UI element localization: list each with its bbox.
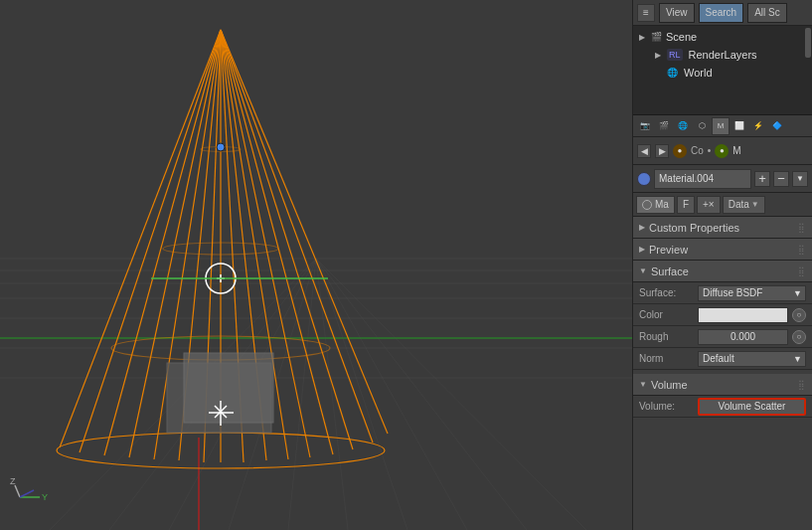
svg-rect-0 bbox=[0, 0, 632, 530]
surface-triangle: ▼ bbox=[639, 266, 647, 275]
tab-data-arrow: ▼ bbox=[751, 200, 759, 209]
outliner-scrollbar[interactable] bbox=[804, 26, 812, 115]
surface-type-label: Surface: bbox=[639, 287, 694, 298]
tab-ma[interactable]: Ma bbox=[636, 196, 675, 214]
volume-label: Volume bbox=[651, 379, 688, 391]
material-remove-button[interactable]: − bbox=[773, 171, 789, 187]
surface-section-header[interactable]: ▼ Surface ⣿ bbox=[633, 261, 812, 282]
material-sphere-icon: ● bbox=[673, 144, 687, 158]
viewport-canvas: Y Z bbox=[0, 0, 632, 530]
rough-label: Rough bbox=[639, 331, 694, 342]
top-menu-bar: ≡ View Search All Sc bbox=[633, 0, 812, 26]
world-sphere-icon: ● bbox=[715, 144, 729, 158]
tab-ma-circle bbox=[642, 200, 652, 210]
volume-section-header[interactable]: ▼ Volume ⣿ bbox=[633, 374, 812, 396]
custom-props-label: Custom Properties bbox=[649, 222, 739, 234]
search-menu-btn[interactable]: Search bbox=[699, 3, 744, 23]
rough-value[interactable]: 0.000 bbox=[698, 329, 788, 345]
color-node-btn[interactable]: ○ bbox=[792, 308, 806, 322]
color-row: Color ○ bbox=[633, 304, 812, 326]
custom-properties-section[interactable]: ▶ Custom Properties ⣿ bbox=[633, 217, 812, 239]
world-icon-btn[interactable]: 🌐 bbox=[674, 117, 692, 135]
material-name-button[interactable]: Material.004 bbox=[654, 169, 751, 189]
renderlayers-icon: RL bbox=[667, 49, 683, 61]
volume-type-label: Volume: bbox=[639, 401, 694, 412]
svg-text:Z: Z bbox=[10, 476, 16, 486]
norm-dropdown-arrow: ▼ bbox=[793, 354, 802, 364]
particle-icon-btn[interactable]: ⚡ bbox=[749, 117, 767, 135]
preview-triangle: ▶ bbox=[639, 245, 645, 254]
outliner: ▶ 🎬 Scene ▶ RL RenderLayers 🌐 World bbox=[633, 26, 812, 115]
expand-rl-arrow: ▶ bbox=[655, 51, 663, 59]
color-picker[interactable] bbox=[698, 307, 788, 323]
volume-triangle: ▼ bbox=[639, 380, 647, 389]
props-dot: • bbox=[708, 145, 712, 156]
props-nav-icon[interactable]: ◀ bbox=[637, 144, 651, 158]
object-icon-btn[interactable]: ⬡ bbox=[693, 117, 711, 135]
norm-label: Norm bbox=[639, 353, 694, 364]
scene-label: Scene bbox=[666, 31, 697, 43]
svg-point-40 bbox=[217, 143, 225, 151]
surface-dropdown-arrow: ▼ bbox=[793, 288, 802, 298]
color-label: Color bbox=[639, 309, 694, 320]
outliner-item-world[interactable]: 🌐 World bbox=[635, 64, 810, 82]
surface-type-value[interactable]: Diffuse BSDF ▼ bbox=[698, 285, 806, 301]
props-header: ◀ ▶ ● Co • ● M bbox=[633, 137, 812, 165]
world-label: World bbox=[684, 67, 713, 79]
properties-icon-strip: 📷 🎬 🌐 ⬡ M ⬜ ⚡ 🔷 bbox=[633, 115, 812, 137]
surface-drag: ⣿ bbox=[798, 266, 806, 276]
volume-scatter-row: Volume: Volume Scatter bbox=[633, 396, 812, 418]
expand-scene-arrow: ▶ bbox=[639, 33, 647, 41]
svg-text:Y: Y bbox=[42, 492, 48, 502]
view-menu-btn[interactable]: View bbox=[659, 3, 695, 23]
render-icon[interactable]: 📷 bbox=[636, 117, 654, 135]
material-slot: Material.004 + − ▼ bbox=[633, 165, 812, 193]
properties-content: ▶ Custom Properties ⣿ ▶ Preview ⣿ ▼ Surf… bbox=[633, 217, 812, 530]
material-color-dot bbox=[637, 172, 651, 186]
world-icon: 🌐 bbox=[667, 68, 678, 78]
outliner-item-scene[interactable]: ▶ 🎬 Scene bbox=[635, 28, 810, 46]
viewport[interactable]: Y Z bbox=[0, 0, 632, 530]
props-nav-icon2[interactable]: ▶ bbox=[655, 144, 669, 158]
allsc-menu-btn[interactable]: All Sc bbox=[747, 3, 787, 23]
norm-row: Norm Default ▼ bbox=[633, 348, 812, 370]
material-name-text: Material.004 bbox=[659, 173, 714, 184]
expand-world-arrow bbox=[655, 69, 663, 77]
right-panel: ≡ View Search All Sc ▶ 🎬 Scene ▶ RL Rend… bbox=[632, 0, 812, 530]
props-m-label: M bbox=[732, 145, 740, 156]
rough-row: Rough 0.000 ○ bbox=[633, 326, 812, 348]
scene-icon: 🎬 bbox=[651, 32, 662, 42]
preview-section[interactable]: ▶ Preview ⣿ bbox=[633, 239, 812, 261]
menu-icon-1[interactable]: ≡ bbox=[637, 4, 655, 22]
outliner-item-renderlayers[interactable]: ▶ RL RenderLayers bbox=[635, 46, 810, 64]
custom-props-triangle: ▶ bbox=[639, 223, 645, 232]
physics-icon-btn[interactable]: 🔷 bbox=[768, 117, 786, 135]
preview-label: Preview bbox=[649, 244, 688, 256]
tab-addremove[interactable]: +× bbox=[697, 196, 721, 214]
scene-icon-btn[interactable]: 🎬 bbox=[655, 117, 673, 135]
volume-drag: ⣿ bbox=[798, 380, 806, 390]
rough-node-btn[interactable]: ○ bbox=[792, 330, 806, 344]
preview-drag: ⣿ bbox=[798, 245, 806, 255]
surface-label: Surface bbox=[651, 265, 689, 277]
props-type-label: Co bbox=[691, 145, 704, 156]
tab-data[interactable]: Data ▼ bbox=[723, 196, 765, 214]
texture-icon-btn[interactable]: ⬜ bbox=[731, 117, 748, 135]
tab-f[interactable]: F bbox=[677, 196, 695, 214]
surface-type-row: Surface: Diffuse BSDF ▼ bbox=[633, 282, 812, 304]
renderlayers-label: RenderLayers bbox=[689, 49, 757, 61]
material-tabs-row: Ma F +× Data ▼ bbox=[633, 193, 812, 217]
norm-value[interactable]: Default ▼ bbox=[698, 351, 806, 367]
material-icon-btn[interactable]: M bbox=[712, 117, 730, 135]
volume-scatter-button[interactable]: Volume Scatter bbox=[698, 398, 806, 416]
custom-props-drag: ⣿ bbox=[798, 223, 806, 233]
material-add-button[interactable]: + bbox=[754, 171, 770, 187]
material-list-button[interactable]: ▼ bbox=[792, 171, 808, 187]
